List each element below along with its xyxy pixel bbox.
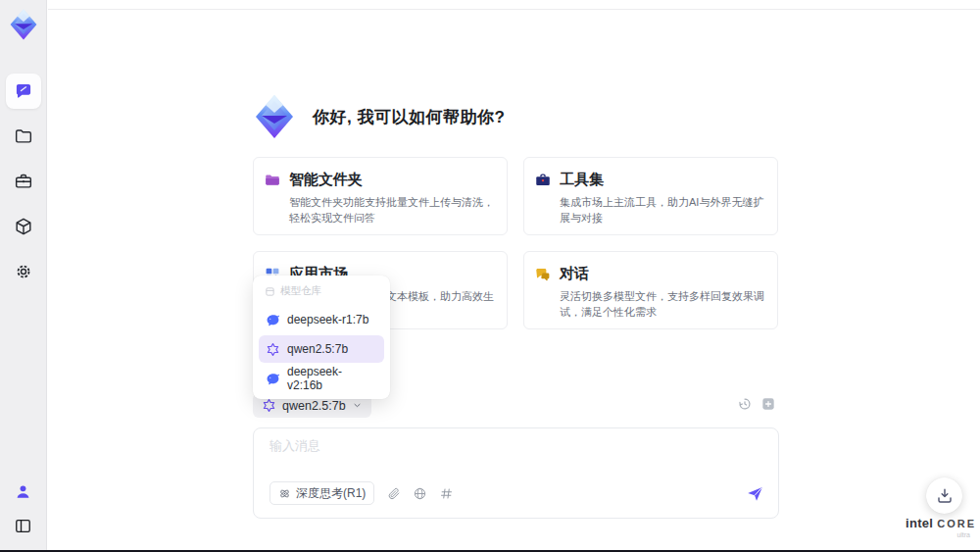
- download-fab[interactable]: [926, 477, 962, 514]
- model-option-qwen[interactable]: qwen2.5:7b: [259, 335, 384, 363]
- card-title: 对话: [560, 265, 589, 283]
- send-icon[interactable]: [746, 484, 764, 503]
- sidebar-item-settings[interactable]: [6, 254, 41, 289]
- intel-text: intel: [906, 516, 933, 530]
- greeting-title: 你好, 我可以如何帮助你?: [313, 106, 505, 128]
- core-text: core: [937, 518, 976, 529]
- toolset-icon: [534, 172, 552, 189]
- top-divider: [48, 9, 980, 10]
- atom-icon: [278, 487, 291, 500]
- card-description: 灵活切换多模型文件，支持多样回复效果调试，满足个性化需求: [560, 288, 773, 320]
- chat-input-card: 深度思考(R1): [253, 427, 779, 519]
- history-icon[interactable]: [737, 396, 753, 412]
- app-logo-icon: [251, 93, 298, 140]
- card-title: 工具集: [560, 171, 604, 189]
- user-icon: [14, 482, 32, 501]
- smart-folder-icon: [264, 172, 281, 189]
- sidebar-item-account[interactable]: [6, 478, 41, 504]
- model-dropdown-group: 模型仓库: [259, 283, 384, 304]
- sidebar: [0, 0, 47, 550]
- panel-toggle-icon: [14, 517, 32, 535]
- app-logo-icon: [7, 8, 40, 41]
- paperclip-icon[interactable]: [386, 486, 401, 501]
- card-toolset[interactable]: 工具集 集成市场上主流工具，助力AI与外界无缝扩展与对接: [523, 157, 778, 235]
- ultra-text: ultra: [906, 531, 976, 538]
- repo-icon: [265, 286, 275, 297]
- sidebar-nav: [6, 74, 41, 289]
- intel-core-logo: intelcore ultra: [906, 514, 976, 538]
- app-window: 你好, 我可以如何帮助你? 智能文件夹 智能文件夹功能支持批量文件上传与清洗，轻…: [0, 0, 980, 552]
- sidebar-bottom: [6, 478, 41, 538]
- model-option-label: deepseek-v2:16b: [287, 365, 377, 392]
- card-description: 智能文件夹功能支持批量文件上传与清洗，轻松实现文件问答: [289, 194, 503, 226]
- new-chat-icon[interactable]: [760, 396, 776, 412]
- card-description: 集成市场上主流工具，助力AI与外界无缝扩展与对接: [560, 194, 773, 226]
- chevron-down-icon: [352, 400, 363, 411]
- card-head: 智能文件夹: [264, 171, 501, 189]
- cube-icon: [14, 217, 33, 236]
- model-selector-value: qwen2.5:7b: [282, 399, 346, 413]
- deep-think-toggle[interactable]: 深度思考(R1): [270, 481, 374, 505]
- intel-wordmark: intelcore: [906, 514, 976, 531]
- card-title: 智能文件夹: [289, 171, 363, 189]
- qwen-icon: [266, 342, 280, 357]
- model-option-label: qwen2.5:7b: [287, 342, 348, 356]
- card-chat[interactable]: 对话 灵活切换多模型文件，支持多样回复效果调试，满足个性化需求: [523, 251, 778, 329]
- download-icon: [935, 486, 955, 506]
- chat-icon: [14, 81, 33, 101]
- sidebar-item-folders[interactable]: [6, 119, 41, 154]
- gear-icon: [14, 262, 33, 281]
- globe-icon[interactable]: [413, 486, 427, 501]
- input-toolbar: 深度思考(R1): [270, 481, 764, 505]
- deepseek-icon: [266, 313, 280, 327]
- hash-icon[interactable]: [439, 486, 454, 501]
- card-smart-folder[interactable]: 智能文件夹 智能文件夹功能支持批量文件上传与清洗，轻松实现文件问答: [253, 157, 508, 235]
- deep-think-label: 深度思考(R1): [296, 485, 366, 502]
- model-dropdown: 模型仓库 deepseek-r1:7b qwen2.5:7b deepseek-…: [253, 276, 390, 399]
- card-head: 对话: [534, 265, 771, 283]
- model-option-deepseek-v2[interactable]: deepseek-v2:16b: [259, 365, 384, 392]
- folder-icon: [14, 126, 33, 146]
- toolbox-icon: [14, 172, 33, 191]
- qwen-icon: [262, 398, 276, 413]
- model-option-deepseek-r1[interactable]: deepseek-r1:7b: [259, 306, 384, 333]
- card-head: 工具集: [534, 171, 771, 189]
- model-group-label: 模型仓库: [280, 284, 321, 298]
- deepseek-icon: [266, 372, 280, 386]
- model-option-label: deepseek-r1:7b: [287, 313, 368, 326]
- sidebar-item-chat[interactable]: [6, 74, 41, 109]
- greeting: 你好, 我可以如何帮助你?: [251, 93, 505, 140]
- sidebar-item-toolbox[interactable]: [6, 164, 41, 199]
- dialog-icon: [534, 266, 552, 283]
- sidebar-item-models[interactable]: [6, 209, 41, 244]
- message-input[interactable]: [270, 438, 701, 453]
- sidebar-item-collapse[interactable]: [6, 513, 41, 538]
- chat-actions: [737, 396, 776, 412]
